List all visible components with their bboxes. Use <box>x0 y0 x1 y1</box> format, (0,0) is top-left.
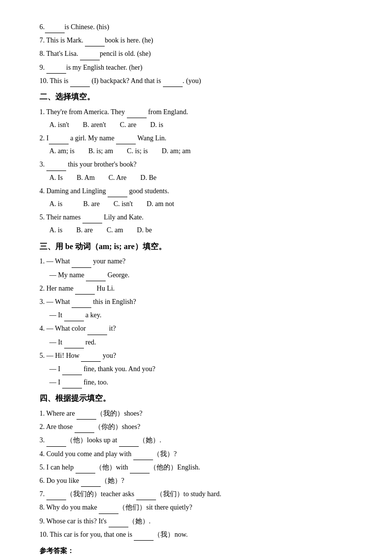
blank-s3-1a <box>72 255 91 267</box>
blank-s4-7b <box>136 487 156 500</box>
blank-s2-4 <box>108 184 127 197</box>
section2-questions: 1. They're from America. They from Engla… <box>39 105 353 237</box>
line-10: 10. This is (I) backpack? And that is . … <box>39 74 353 87</box>
section4-questions: 1. Where are （我的）shoes? 2. Are those （你的… <box>39 407 353 541</box>
section1-lines: 6. is Chinese. (his) 7. This is Mark. bo… <box>39 20 353 87</box>
blank-10b <box>163 74 183 87</box>
s3-q4b: — It red. <box>39 336 353 348</box>
s3-q3a: 3. — What this in English? <box>39 295 353 308</box>
s4-q7: 7. （我们的）teacher asks （我们）to study hard. <box>39 487 353 500</box>
s3-q3b: — It a key. <box>39 308 353 321</box>
blank-s4-5b <box>130 461 150 473</box>
blank-s3-5a <box>81 349 101 362</box>
s3-q2: 2. Her name Hu Li. <box>39 282 353 295</box>
s2-q2: 2. I a girl. My name Wang Lin. <box>39 131 353 144</box>
line-8: 8. That's Lisa. pencil is old. (she) <box>39 47 353 60</box>
s2-q5: 5. Their names Lily and Kate. <box>39 211 353 223</box>
line-6: 6. is Chinese. (his) <box>39 20 353 33</box>
answer-section: 参考答案： 一、1-5 his her my your He 6-10 He h… <box>39 545 353 555</box>
s4-q5: 5. I can help （他）with （他的）English. <box>39 461 353 473</box>
s2-q4: 4. Daming and Lingling good students. <box>39 184 353 197</box>
s3-q4a: 4. — What color it? <box>39 322 353 335</box>
s4-q9: 9. Whose car is this? It's （她）. <box>39 514 353 527</box>
blank-s2-2b <box>116 131 136 144</box>
blank-s4-7a <box>46 487 66 500</box>
blank-s4-1 <box>77 407 96 420</box>
s2-q5-options: A. is B. are C. am D. be <box>39 224 353 236</box>
blank-s4-10 <box>134 528 154 541</box>
s2-q2-options: A. am; is B. is; am C. is; is D. am; am <box>39 145 353 157</box>
blank-s4-3b <box>119 433 139 446</box>
blank-s3-1b <box>86 268 106 281</box>
blank-s3-2 <box>75 282 95 295</box>
s4-q3: 3. （他）looks up at （她）. <box>39 433 353 446</box>
blank-s3-5b <box>62 362 82 375</box>
s2-q1-options: A. isn't B. aren't C. are D. is <box>39 119 353 131</box>
blank-s3-5c <box>62 376 82 388</box>
line-7: 7. This is Mark. book is here. (he) <box>39 34 353 46</box>
blank-s4-3a <box>46 433 66 446</box>
blank-s4-9 <box>109 514 128 527</box>
blank-s2-5 <box>82 211 102 223</box>
s2-q4-options: A. is B. are C. isn't D. am not <box>39 198 353 210</box>
blank-s4-8 <box>99 501 118 513</box>
s3-q5a: 5. — Hi! How you? <box>39 349 353 362</box>
s3-q5b: — I fine, thank you. And you? <box>39 362 353 375</box>
blank-s3-3b <box>64 308 84 321</box>
s2-q3: 3. this your brother's book? <box>39 158 353 171</box>
answer-title: 参考答案： <box>39 545 353 555</box>
blank-s4-2 <box>75 420 94 433</box>
blank-s3-3a <box>72 295 91 308</box>
blank-s3-4b <box>64 336 84 348</box>
blank-s2-3 <box>46 158 66 171</box>
line-9: 9. is my English teacher. (her) <box>39 61 353 74</box>
s4-q6: 6. Do you like （她）? <box>39 474 353 487</box>
blank-s2-1 <box>127 105 147 118</box>
blank-9 <box>46 61 66 74</box>
s4-q4: 4. Could you come and play with （我）? <box>39 447 353 460</box>
blank-s4-4 <box>133 447 153 460</box>
section3-questions: 1. — What your name? — My name George. 2… <box>39 255 353 388</box>
blank-7 <box>85 34 105 46</box>
blank-s4-5a <box>76 461 95 473</box>
s2-q3-options: A. Is B. Am C. Are D. Be <box>39 171 353 184</box>
section4-title: 四、根据提示填空。 <box>39 391 353 406</box>
blank-8 <box>80 47 100 60</box>
blank-s3-4a <box>87 322 107 335</box>
section3-title: 三、用 be 动词（am; is; are）填空。 <box>39 240 353 254</box>
s3-q1b: — My name George. <box>39 268 353 281</box>
section2-title: 二、选择填空。 <box>39 90 353 104</box>
s4-q8: 8. Why do you make （他们）sit there quietly… <box>39 501 353 513</box>
s3-q1a: 1. — What your name? <box>39 255 353 267</box>
blank-s2-2a <box>49 131 69 144</box>
s3-q5c: — I fine, too. <box>39 376 353 388</box>
s4-q1: 1. Where are （我的）shoes? <box>39 407 353 420</box>
s4-q2: 2. Are those （你的）shoes? <box>39 420 353 433</box>
s4-q10: 10. This car is for you, that one is （我）… <box>39 528 353 541</box>
s2-q1: 1. They're from America. They from Engla… <box>39 105 353 118</box>
blank-s4-6 <box>81 474 101 487</box>
blank-10a <box>70 74 90 87</box>
worksheet: 6. is Chinese. (his) 7. This is Mark. bo… <box>39 20 353 555</box>
blank-6 <box>45 20 65 33</box>
